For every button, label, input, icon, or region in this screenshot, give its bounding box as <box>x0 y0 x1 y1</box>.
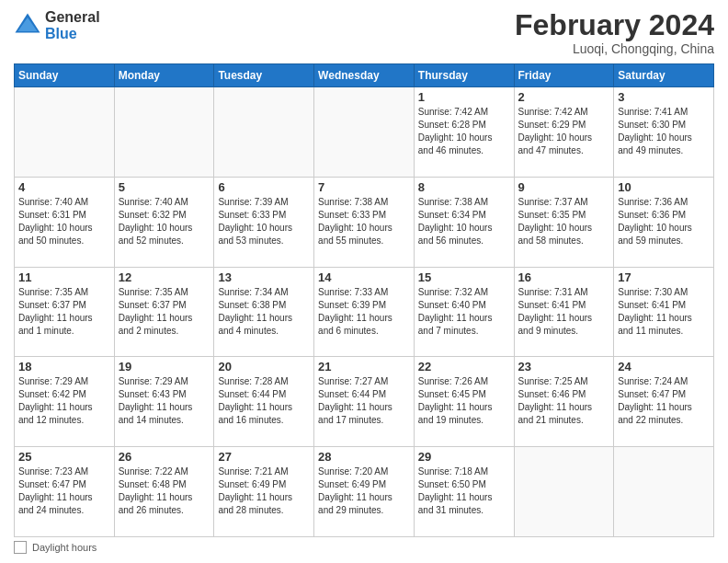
calendar-week-1: 4Sunrise: 7:40 AM Sunset: 6:31 PM Daylig… <box>15 177 714 267</box>
calendar-cell: 13Sunrise: 7:34 AM Sunset: 6:38 PM Dayli… <box>214 267 314 357</box>
calendar-cell: 9Sunrise: 7:37 AM Sunset: 6:35 PM Daylig… <box>514 177 614 267</box>
day-number: 15 <box>418 270 510 284</box>
day-info: Sunrise: 7:27 AM Sunset: 6:44 PM Dayligh… <box>318 375 410 427</box>
day-info: Sunrise: 7:42 AM Sunset: 6:29 PM Dayligh… <box>518 106 610 157</box>
title-block: February 2024 Luoqi, Chongqing, China <box>515 9 714 56</box>
calendar-cell: 7Sunrise: 7:38 AM Sunset: 6:33 PM Daylig… <box>314 177 415 267</box>
calendar-cell <box>614 447 714 537</box>
calendar-cell: 21Sunrise: 7:27 AM Sunset: 6:44 PM Dayli… <box>314 357 415 447</box>
calendar-cell <box>314 87 415 178</box>
calendar-cell: 24Sunrise: 7:24 AM Sunset: 6:47 PM Dayli… <box>614 357 714 447</box>
day-number: 22 <box>418 360 510 373</box>
calendar-header-friday: Friday <box>514 64 614 87</box>
calendar-cell: 26Sunrise: 7:22 AM Sunset: 6:48 PM Dayli… <box>114 447 214 537</box>
header: General Blue February 2024 Luoqi, Chongq… <box>14 9 714 56</box>
day-info: Sunrise: 7:20 AM Sunset: 6:49 PM Dayligh… <box>318 465 410 517</box>
day-info: Sunrise: 7:22 AM Sunset: 6:48 PM Dayligh… <box>119 465 210 517</box>
calendar-cell: 3Sunrise: 7:41 AM Sunset: 6:30 PM Daylig… <box>614 87 714 178</box>
day-number: 26 <box>119 450 210 464</box>
calendar-header-row: SundayMondayTuesdayWednesdayThursdayFrid… <box>15 64 714 87</box>
calendar-week-2: 11Sunrise: 7:35 AM Sunset: 6:37 PM Dayli… <box>15 267 714 357</box>
calendar-table: SundayMondayTuesdayWednesdayThursdayFrid… <box>14 63 714 537</box>
calendar-cell: 10Sunrise: 7:36 AM Sunset: 6:36 PM Dayli… <box>614 177 714 267</box>
day-number: 10 <box>618 180 710 194</box>
calendar-cell: 6Sunrise: 7:39 AM Sunset: 6:33 PM Daylig… <box>214 177 314 267</box>
day-number: 5 <box>119 180 210 194</box>
calendar-week-3: 18Sunrise: 7:29 AM Sunset: 6:42 PM Dayli… <box>15 357 714 447</box>
day-number: 12 <box>119 270 210 284</box>
calendar-header-tuesday: Tuesday <box>214 64 314 87</box>
subtitle: Luoqi, Chongqing, China <box>515 41 714 56</box>
day-info: Sunrise: 7:42 AM Sunset: 6:28 PM Dayligh… <box>418 106 510 157</box>
day-info: Sunrise: 7:37 AM Sunset: 6:35 PM Dayligh… <box>518 196 610 247</box>
calendar-cell: 4Sunrise: 7:40 AM Sunset: 6:31 PM Daylig… <box>15 177 115 267</box>
calendar-cell: 18Sunrise: 7:29 AM Sunset: 6:42 PM Dayli… <box>15 357 115 447</box>
day-number: 6 <box>218 180 310 194</box>
calendar-week-0: 1Sunrise: 7:42 AM Sunset: 6:28 PM Daylig… <box>15 87 714 178</box>
calendar-cell <box>214 87 314 178</box>
page: General Blue February 2024 Luoqi, Chongq… <box>0 0 728 563</box>
calendar-cell: 14Sunrise: 7:33 AM Sunset: 6:39 PM Dayli… <box>314 267 415 357</box>
day-info: Sunrise: 7:38 AM Sunset: 6:34 PM Dayligh… <box>418 196 510 247</box>
day-number: 21 <box>318 360 410 373</box>
logo-blue: Blue <box>45 26 100 42</box>
day-info: Sunrise: 7:31 AM Sunset: 6:41 PM Dayligh… <box>518 286 610 338</box>
logo-general: General <box>45 9 100 26</box>
calendar-header-sunday: Sunday <box>15 64 115 87</box>
logo-text: General Blue <box>45 9 100 41</box>
calendar-header-thursday: Thursday <box>414 64 514 87</box>
calendar-cell: 28Sunrise: 7:20 AM Sunset: 6:49 PM Dayli… <box>314 447 415 537</box>
day-info: Sunrise: 7:38 AM Sunset: 6:33 PM Dayligh… <box>318 196 410 247</box>
day-number: 25 <box>18 450 110 464</box>
day-info: Sunrise: 7:29 AM Sunset: 6:43 PM Dayligh… <box>119 375 210 427</box>
legend-box <box>14 541 27 554</box>
day-number: 24 <box>618 360 710 373</box>
calendar-cell: 16Sunrise: 7:31 AM Sunset: 6:41 PM Dayli… <box>514 267 614 357</box>
logo-icon <box>14 12 41 40</box>
calendar-cell: 23Sunrise: 7:25 AM Sunset: 6:46 PM Dayli… <box>514 357 614 447</box>
day-number: 2 <box>518 90 610 104</box>
calendar-cell: 25Sunrise: 7:23 AM Sunset: 6:47 PM Dayli… <box>15 447 115 537</box>
calendar-header-saturday: Saturday <box>614 64 714 87</box>
calendar-cell <box>15 87 115 178</box>
day-number: 14 <box>318 270 410 284</box>
calendar-cell: 27Sunrise: 7:21 AM Sunset: 6:49 PM Dayli… <box>214 447 314 537</box>
day-number: 29 <box>418 450 510 464</box>
calendar-cell: 2Sunrise: 7:42 AM Sunset: 6:29 PM Daylig… <box>514 87 614 178</box>
calendar-cell: 5Sunrise: 7:40 AM Sunset: 6:32 PM Daylig… <box>114 177 214 267</box>
day-info: Sunrise: 7:29 AM Sunset: 6:42 PM Dayligh… <box>18 375 110 427</box>
logo: General Blue <box>14 9 100 41</box>
day-info: Sunrise: 7:28 AM Sunset: 6:44 PM Dayligh… <box>218 375 310 427</box>
day-number: 23 <box>518 360 610 373</box>
calendar-cell: 8Sunrise: 7:38 AM Sunset: 6:34 PM Daylig… <box>414 177 514 267</box>
day-number: 4 <box>18 180 110 194</box>
day-number: 17 <box>618 270 710 284</box>
day-info: Sunrise: 7:24 AM Sunset: 6:47 PM Dayligh… <box>618 375 710 427</box>
legend: Daylight hours <box>14 541 714 554</box>
calendar-header-wednesday: Wednesday <box>314 64 415 87</box>
day-info: Sunrise: 7:40 AM Sunset: 6:32 PM Dayligh… <box>119 196 210 247</box>
day-number: 3 <box>618 90 710 104</box>
day-number: 9 <box>518 180 610 194</box>
day-number: 1 <box>418 90 510 104</box>
day-info: Sunrise: 7:39 AM Sunset: 6:33 PM Dayligh… <box>218 196 310 247</box>
calendar-cell <box>514 447 614 537</box>
day-info: Sunrise: 7:36 AM Sunset: 6:36 PM Dayligh… <box>618 196 710 247</box>
day-number: 13 <box>218 270 310 284</box>
calendar-header-monday: Monday <box>114 64 214 87</box>
day-number: 27 <box>218 450 310 464</box>
day-info: Sunrise: 7:32 AM Sunset: 6:40 PM Dayligh… <box>418 286 510 338</box>
calendar-cell: 22Sunrise: 7:26 AM Sunset: 6:45 PM Dayli… <box>414 357 514 447</box>
day-number: 8 <box>418 180 510 194</box>
day-info: Sunrise: 7:35 AM Sunset: 6:37 PM Dayligh… <box>18 286 110 338</box>
day-info: Sunrise: 7:25 AM Sunset: 6:46 PM Dayligh… <box>518 375 610 427</box>
calendar-cell: 29Sunrise: 7:18 AM Sunset: 6:50 PM Dayli… <box>414 447 514 537</box>
day-number: 16 <box>518 270 610 284</box>
day-info: Sunrise: 7:35 AM Sunset: 6:37 PM Dayligh… <box>119 286 210 338</box>
day-number: 28 <box>318 450 410 464</box>
day-info: Sunrise: 7:40 AM Sunset: 6:31 PM Dayligh… <box>18 196 110 247</box>
calendar-cell: 19Sunrise: 7:29 AM Sunset: 6:43 PM Dayli… <box>114 357 214 447</box>
day-info: Sunrise: 7:23 AM Sunset: 6:47 PM Dayligh… <box>18 465 110 517</box>
day-number: 20 <box>218 360 310 373</box>
day-info: Sunrise: 7:33 AM Sunset: 6:39 PM Dayligh… <box>318 286 410 338</box>
